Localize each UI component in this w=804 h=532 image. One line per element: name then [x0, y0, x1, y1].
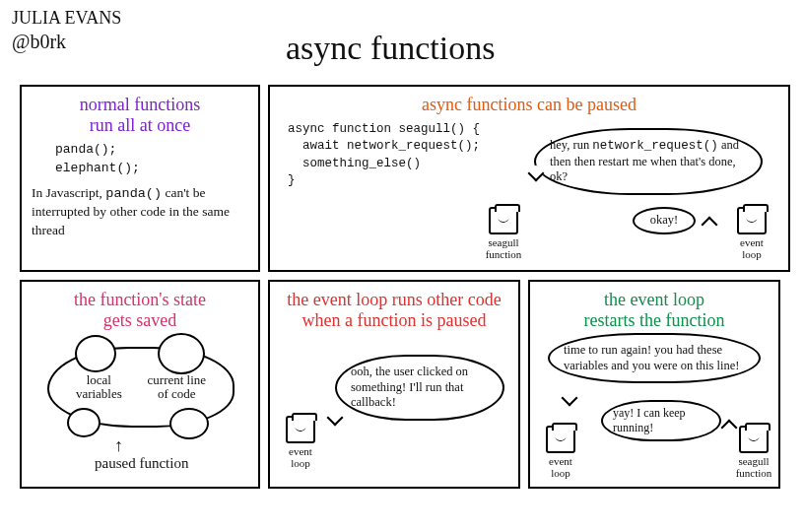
panel-state-saved: the function's stategets saved localvari… — [20, 280, 260, 489]
panel2-speech2: okay! — [633, 207, 696, 234]
cloud-left: localvariables — [76, 373, 122, 402]
page-title: async functions — [286, 30, 495, 67]
author-block: JULIA EVANS @b0rk — [12, 8, 121, 53]
thought-cloud: localvariables current lineof code — [47, 347, 234, 428]
char-event-loop-3: ︶ eventloop — [542, 426, 579, 479]
panel5-speech1: time to run again! you had these variabl… — [548, 333, 761, 383]
panel1-text: In Javascript, panda() can't be interrup… — [32, 184, 248, 239]
paused-fn-label: paused function — [95, 455, 188, 472]
char-event-loop-2: ︶ eventloop — [282, 416, 319, 469]
panel2-speech1: hey, run network_request() and then then… — [534, 128, 763, 195]
panel4-title: the event loop runs other code when a fu… — [280, 290, 508, 330]
arrow-icon: ↑ — [114, 435, 123, 456]
cloud-right: current lineof code — [148, 373, 207, 402]
panel1-code: panda();elephant(); — [55, 141, 248, 178]
author-name: JULIA EVANS — [12, 8, 121, 30]
char-event-loop: ︶ eventloop — [733, 207, 770, 260]
author-handle: @b0rk — [12, 30, 121, 53]
panel3-title: the function's stategets saved — [32, 290, 248, 330]
panel2-title: async functions can be paused — [280, 95, 778, 115]
panel-event-loop-runs: the event loop runs other code when a fu… — [268, 280, 520, 489]
panel5-title: the event looprestarts the function — [540, 290, 769, 330]
panel5-speech2: yay! I can keep running! — [601, 400, 721, 441]
panel4-speech: ooh, the user clicked on something! I'll… — [335, 355, 504, 421]
panel1-title: normal functionsrun all at once — [32, 95, 248, 135]
char-seagull-fn: ︶ seagullfunction — [485, 207, 522, 260]
comic-grid: normal functionsrun all at once panda();… — [20, 85, 790, 489]
panel-async-paused: async functions can be paused async func… — [268, 85, 790, 272]
panel-normal-functions: normal functionsrun all at once panda();… — [20, 85, 260, 272]
row2-right: the event loop runs other code when a fu… — [268, 280, 790, 489]
panel-restarts-fn: the event looprestarts the function time… — [528, 280, 780, 489]
char-seagull-fn-2: ︶ seagullfunction — [735, 426, 772, 479]
